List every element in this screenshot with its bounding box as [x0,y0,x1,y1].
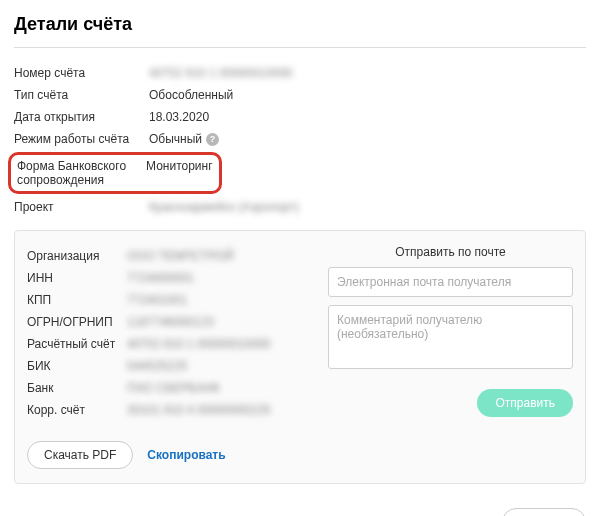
corr-label: Корр. счёт [27,403,127,417]
account-type-label: Тип счёта [14,88,149,102]
bik-value: 044525225 [127,359,187,373]
ogrn-label: ОГРН/ОГРНИП [27,315,127,329]
acc-value: 40702 810 1 00000010000 [127,337,270,351]
project-label: Проект [14,200,149,214]
email-input[interactable] [328,267,573,297]
details-panel: ОрганизацияООО ТЕМПСТРОЙ ИНН7724000001 К… [14,230,586,484]
org-value: ООО ТЕМПСТРОЙ [127,249,234,263]
account-number-label: Номер счёта [14,66,149,80]
send-button[interactable]: Отправить [477,389,573,417]
row-project: Проект Красноармейск (Аэропорт) [14,196,586,218]
bank-support-label: Форма Банковского сопровождения [17,159,146,187]
open-date-value: 18.03.2020 [149,110,209,124]
inn-label: ИНН [27,271,127,285]
project-value: Красноармейск (Аэропорт) [149,200,299,214]
close-button[interactable]: Закрыть [502,508,586,516]
bik-label: БИК [27,359,127,373]
row-bank-support-highlighted: Форма Банковского сопровождения Монитори… [8,152,222,194]
mode-label: Режим работы счёта [14,132,149,146]
row-open-date: Дата открытия 18.03.2020 [14,106,586,128]
comment-textarea[interactable] [328,305,573,369]
footer: Закрыть [0,494,600,516]
kpp-label: КПП [27,293,127,307]
help-icon[interactable]: ? [206,133,219,146]
acc-label: Расчётный счёт [27,337,127,351]
row-account-type: Тип счёта Обособленный [14,84,586,106]
org-label: Организация [27,249,127,263]
row-account-number: Номер счёта 40702 810 1 00000010000 [14,62,586,84]
open-date-label: Дата открытия [14,110,149,124]
ogrn-value: 1187746000123 [127,315,214,329]
account-type-value: Обособленный [149,88,233,102]
account-number-value: 40702 810 1 00000010000 [149,66,292,80]
mode-value: Обычный ? [149,132,219,146]
left-actions: Скачать PDF Скопировать [27,441,316,469]
right-actions: Отправить [328,389,573,417]
copy-link[interactable]: Скопировать [147,448,225,462]
org-section: ОрганизацияООО ТЕМПСТРОЙ ИНН7724000001 К… [27,245,316,469]
row-mode: Режим работы счёта Обычный ? [14,128,586,150]
bank-label: Банк [27,381,127,395]
bank-value: ПАО СБЕРБАНК [127,381,220,395]
send-section: Отправить по почте Отправить [328,245,573,469]
mode-text: Обычный [149,132,202,146]
send-title: Отправить по почте [328,245,573,259]
corr-value: 30101 810 4 00000000225 [127,403,270,417]
bank-support-value: Мониторинг [146,159,213,173]
page-title: Детали счёта [14,14,586,35]
download-pdf-button[interactable]: Скачать PDF [27,441,133,469]
divider [14,47,586,48]
kpp-value: 772401001 [127,293,187,307]
inn-value: 7724000001 [127,271,194,285]
